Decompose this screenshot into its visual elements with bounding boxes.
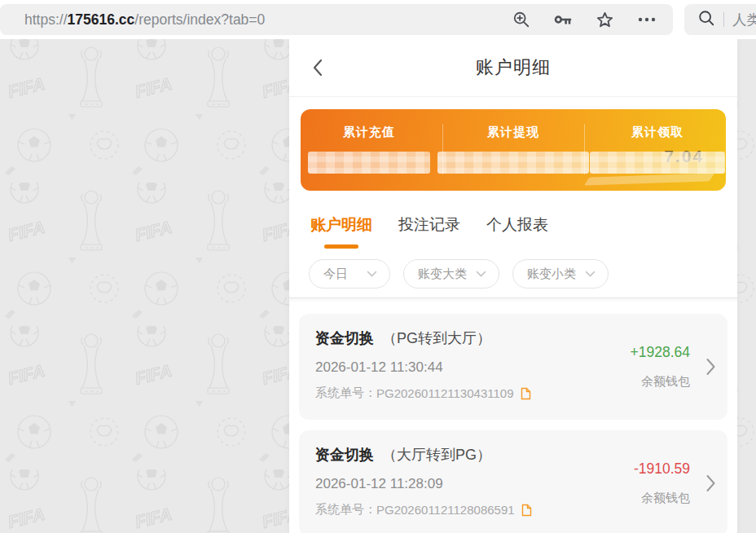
summary-total-deposit: 累计充值 [301,109,437,191]
url-bar[interactable]: https://175616.cc/reports/index?tab=0 [0,4,673,35]
record-wallet: 余额钱包 [641,491,690,506]
tab-bet-records[interactable]: 投注记录 [398,214,460,249]
record-wallet: 余额钱包 [641,374,690,390]
text-cursor [723,12,724,27]
search-query-text: 人类 [732,10,756,29]
tab-bar: 账户明细 投注记录 个人报表 [310,214,737,249]
section-divider [289,297,737,304]
chevron-down-icon [367,271,377,277]
record-title: 资金切换 [315,445,374,465]
record-list: 资金切换 （PG转到大厅） 2026-01-12 11:30:44 系统单号：P… [289,304,737,533]
active-tab-underline [324,244,358,249]
tab-account-detail[interactable]: 账户明细 [310,214,372,249]
browser-toolbar: https://175616.cc/reports/index?tab=0 人类 [0,0,756,39]
masked-value [437,149,589,174]
copy-icon[interactable] [521,504,532,517]
tab-personal-report[interactable]: 个人报表 [486,214,548,249]
summary-total-claim: 累计领取 7.04 [589,109,726,191]
app-panel: 账户明细 累计充值 累计提现 累计领取 7.04 [289,39,737,533]
chevron-right-icon[interactable] [705,357,716,377]
order-number-label: 系统单号： [315,385,376,401]
record-row[interactable]: 资金切换 （大厅转到PG） 2026-01-12 11:28:09 系统单号：P… [299,430,727,533]
filter-date-dropdown[interactable]: 今日 [309,259,390,289]
zoom-in-icon[interactable] [512,11,530,29]
page-title: 账户明细 [476,55,551,80]
mask-smudge [584,173,714,185]
masked-value [308,149,430,174]
search-icon [697,9,715,30]
record-amount: +1928.64 [631,344,690,361]
chevron-down-icon [476,271,486,277]
record-subtitle: （大厅转到PG） [382,445,491,465]
record-title: 资金切换 [315,328,374,348]
record-amount: -1910.59 [634,460,690,478]
filter-minor-category-dropdown[interactable]: 账变小类 [512,259,609,289]
chevron-right-icon[interactable] [705,474,716,493]
chevron-down-icon [585,271,596,277]
summary-label: 累计提现 [487,125,539,140]
back-button[interactable] [310,57,325,78]
summary-total-withdraw: 累计提现 [437,109,589,191]
browser-search-box[interactable]: 人类 [684,4,756,35]
filter-major-category-dropdown[interactable]: 账变大类 [403,259,499,289]
record-row[interactable]: 资金切换 （PG转到大厅） 2026-01-12 11:30:44 系统单号：P… [299,314,727,420]
copy-icon[interactable] [520,387,531,400]
order-number: PG202601121130431109 [376,386,514,400]
summary-label: 累计领取 [631,125,683,140]
order-number-label: 系统单号： [315,502,376,518]
bookmark-star-icon[interactable] [596,11,614,29]
summary-card: 累计充值 累计提现 累计领取 7.04 [301,109,726,191]
more-ellipsis-icon[interactable] [637,16,657,23]
filter-bar: 今日 账变大类 账变小类 [309,259,737,289]
url-actions [512,11,657,29]
masked-value: 7.04 [590,149,725,174]
url-text: https://175616.cc/reports/index?tab=0 [24,11,265,29]
key-icon[interactable] [553,11,573,29]
page-body: FIFA [0,39,756,533]
order-number: PG202601121128086591 [376,503,515,517]
record-subtitle: （PG转到大厅） [382,328,491,348]
summary-label: 累计充值 [343,125,395,140]
app-header: 账户明细 [289,39,737,97]
